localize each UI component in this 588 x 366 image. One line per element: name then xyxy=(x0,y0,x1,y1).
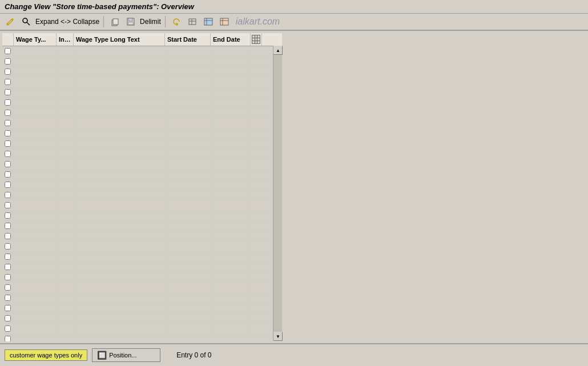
row-checkbox[interactable] xyxy=(5,264,11,270)
row-checkbox-cell[interactable] xyxy=(2,293,14,303)
row-checkbox-cell[interactable] xyxy=(2,313,14,323)
table-row[interactable] xyxy=(2,139,273,149)
row-checkbox-cell[interactable] xyxy=(2,180,14,190)
table-row[interactable] xyxy=(2,211,273,221)
row-checkbox[interactable] xyxy=(5,140,11,147)
position-btn[interactable]: 🔲 Position... xyxy=(92,348,160,362)
table-row[interactable] xyxy=(2,180,273,190)
toolbar-search-btn[interactable] xyxy=(19,15,33,28)
scrollbar-track[interactable] xyxy=(273,55,282,332)
scroll-down-arrow[interactable]: ▼ xyxy=(273,332,283,341)
toolbar-btn6[interactable] xyxy=(202,15,215,28)
table-row[interactable] xyxy=(2,170,273,180)
row-checkbox[interactable] xyxy=(5,48,11,54)
row-checkbox[interactable] xyxy=(5,212,11,219)
table-row[interactable] xyxy=(2,128,273,139)
row-checkbox[interactable] xyxy=(5,233,11,239)
table-row[interactable] xyxy=(2,262,273,272)
table-row[interactable] xyxy=(2,334,273,341)
toolbar-refresh-btn[interactable] xyxy=(170,15,183,28)
table-row[interactable] xyxy=(2,87,273,98)
row-checkbox-cell[interactable] xyxy=(2,87,14,97)
row-checkbox-cell[interactable] xyxy=(2,159,14,169)
table-row[interactable] xyxy=(2,118,273,128)
row-checkbox-cell[interactable] xyxy=(2,283,14,292)
customer-wage-types-btn[interactable]: customer wage types only xyxy=(5,349,87,361)
table-row[interactable] xyxy=(2,57,273,67)
row-checkbox-cell[interactable] xyxy=(2,252,14,262)
row-checkbox[interactable] xyxy=(5,336,11,341)
row-checkbox-cell[interactable] xyxy=(2,118,14,128)
row-checkbox-cell[interactable] xyxy=(2,211,14,220)
row-checkbox-cell[interactable] xyxy=(2,262,14,272)
row-checkbox-cell[interactable] xyxy=(2,67,14,77)
row-checkbox-cell[interactable] xyxy=(2,139,14,148)
row-checkbox[interactable] xyxy=(5,315,11,321)
row-checkbox-cell[interactable] xyxy=(2,149,14,159)
row-checkbox[interactable] xyxy=(5,171,11,178)
row-checkbox[interactable] xyxy=(5,161,11,167)
row-checkbox-cell[interactable] xyxy=(2,272,14,282)
table-row[interactable] xyxy=(2,67,273,77)
row-checkbox-cell[interactable] xyxy=(2,128,14,138)
row-checkbox[interactable] xyxy=(5,284,11,291)
row-checkbox[interactable] xyxy=(5,79,11,85)
row-checkbox[interactable] xyxy=(5,295,11,301)
table-row[interactable] xyxy=(2,46,273,57)
toolbar-btn5[interactable] xyxy=(186,15,199,28)
row-checkbox-cell[interactable] xyxy=(2,200,14,210)
table-row[interactable] xyxy=(2,221,273,231)
table-row[interactable] xyxy=(2,283,273,293)
row-checkbox[interactable] xyxy=(5,243,11,250)
toolbar-save-btn[interactable] xyxy=(124,15,138,28)
table-row[interactable] xyxy=(2,293,273,303)
row-checkbox-cell[interactable] xyxy=(2,46,14,56)
table-row[interactable] xyxy=(2,108,273,118)
toolbar-edit-btn[interactable] xyxy=(3,15,17,28)
scroll-up-arrow[interactable]: ▲ xyxy=(273,46,283,55)
table-row[interactable] xyxy=(2,324,273,334)
row-checkbox-cell[interactable] xyxy=(2,98,14,107)
row-checkbox[interactable] xyxy=(5,99,11,106)
row-checkbox-cell[interactable] xyxy=(2,231,14,241)
row-checkbox[interactable] xyxy=(5,274,11,280)
row-checkbox[interactable] xyxy=(5,202,11,208)
toolbar-copy-btn[interactable] xyxy=(108,15,122,28)
row-checkbox[interactable] xyxy=(5,223,11,229)
row-checkbox-cell[interactable] xyxy=(2,170,14,179)
row-checkbox-cell[interactable] xyxy=(2,242,14,251)
row-checkbox[interactable] xyxy=(5,254,11,260)
table-scrollbar[interactable]: ▲ ▼ xyxy=(273,46,282,341)
row-checkbox-cell[interactable] xyxy=(2,108,14,118)
row-checkbox-cell[interactable] xyxy=(2,77,14,87)
row-checkbox-cell[interactable] xyxy=(2,221,14,231)
table-row[interactable] xyxy=(2,190,273,200)
row-checkbox[interactable] xyxy=(5,325,11,332)
row-checkbox[interactable] xyxy=(5,305,11,311)
row-checkbox-cell[interactable] xyxy=(2,334,14,341)
row-checkbox[interactable] xyxy=(5,89,11,95)
row-checkbox-cell[interactable] xyxy=(2,324,14,333)
row-checkbox[interactable] xyxy=(5,110,11,116)
table-row[interactable] xyxy=(2,200,273,211)
table-row[interactable] xyxy=(2,242,273,252)
table-row[interactable] xyxy=(2,303,273,313)
table-row[interactable] xyxy=(2,77,273,87)
row-checkbox[interactable] xyxy=(5,130,11,136)
col-header-grid-icon[interactable] xyxy=(251,33,262,46)
row-checkbox[interactable] xyxy=(5,120,11,126)
row-checkbox[interactable] xyxy=(5,192,11,198)
table-row[interactable] xyxy=(2,149,273,159)
toolbar-btn7[interactable] xyxy=(218,15,231,28)
row-checkbox-cell[interactable] xyxy=(2,190,14,200)
row-checkbox[interactable] xyxy=(5,69,11,75)
row-checkbox[interactable] xyxy=(5,58,11,65)
table-row[interactable] xyxy=(2,159,273,170)
table-row[interactable] xyxy=(2,98,273,108)
table-row[interactable] xyxy=(2,252,273,262)
table-row[interactable] xyxy=(2,272,273,283)
row-checkbox[interactable] xyxy=(5,182,11,188)
table-row[interactable] xyxy=(2,313,273,324)
row-checkbox-cell[interactable] xyxy=(2,57,14,66)
row-checkbox-cell[interactable] xyxy=(2,303,14,313)
